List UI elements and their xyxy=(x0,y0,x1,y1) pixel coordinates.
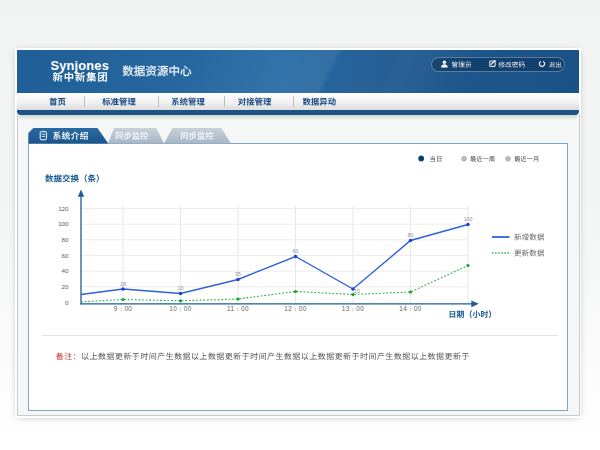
svg-text:35: 35 xyxy=(235,271,241,277)
svg-text:10：00: 10：00 xyxy=(169,305,191,312)
svg-text:18: 18 xyxy=(120,281,126,287)
svg-text:100: 100 xyxy=(58,220,69,227)
svg-text:12：00: 12：00 xyxy=(284,305,306,312)
svg-text:9：00: 9：00 xyxy=(114,305,133,312)
svg-text:60: 60 xyxy=(62,252,69,259)
svg-text:14：00: 14：00 xyxy=(399,305,421,312)
svg-text:11：00: 11：00 xyxy=(227,305,249,312)
svg-text:60: 60 xyxy=(293,248,299,254)
svg-text:80: 80 xyxy=(408,232,414,238)
svg-text:100: 100 xyxy=(464,216,473,222)
svg-text:13：00: 13：00 xyxy=(342,305,364,312)
svg-text:120: 120 xyxy=(58,205,69,212)
svg-text:40: 40 xyxy=(62,267,69,274)
svg-text:80: 80 xyxy=(62,236,69,243)
svg-text:20: 20 xyxy=(62,283,69,290)
svg-text:10: 10 xyxy=(178,285,184,291)
svg-text:15: 15 xyxy=(354,288,360,294)
svg-text:0: 0 xyxy=(65,299,69,306)
